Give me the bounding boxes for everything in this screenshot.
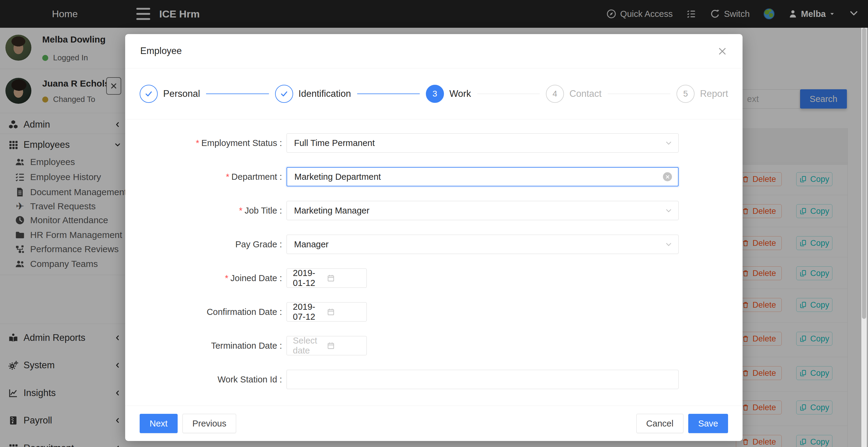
employment-status-label: *Employment Status : xyxy=(125,138,282,148)
joined-date-label: *Joined Date : xyxy=(125,273,282,283)
step-report[interactable]: 5Report xyxy=(677,85,728,103)
step-label: Work xyxy=(450,88,471,99)
step-number: 3 xyxy=(433,89,437,99)
confirmation-date-value: 2019-07-12 xyxy=(293,302,327,322)
step-identification[interactable]: Identification xyxy=(275,85,351,103)
check-icon xyxy=(280,89,289,98)
close-icon[interactable] xyxy=(717,46,728,57)
required-asterisk: * xyxy=(196,138,199,148)
step-label: Report xyxy=(700,88,728,99)
next-button[interactable]: Next xyxy=(140,414,178,433)
modal-title: Employee xyxy=(140,46,182,56)
employment-status-value: Full Time Permanent xyxy=(294,138,375,148)
modal-footer: Next Previous Cancel Save xyxy=(125,406,743,441)
department-value: Marketing Department xyxy=(294,172,381,182)
form-row-termination-date: Termination Date :Select date xyxy=(125,336,743,355)
job-title-value: Marketing Manager xyxy=(294,206,369,216)
form-row-employment-status: *Employment Status :Full Time Permanent xyxy=(125,133,743,153)
save-button[interactable]: Save xyxy=(688,414,728,433)
step-label: Personal xyxy=(163,88,200,99)
department-label: *Department : xyxy=(125,172,282,182)
pay-grade-label: Pay Grade : xyxy=(125,239,282,249)
clear-icon[interactable] xyxy=(663,172,672,181)
form-row-job-title: *Job Title :Marketing Manager xyxy=(125,201,743,220)
step-connector xyxy=(357,93,420,94)
form-row-work-station-id: Work Station Id : xyxy=(125,370,743,389)
form-row-confirmation-date: Confirmation Date :2019-07-12 xyxy=(125,302,743,322)
app-root: Home ICE Hrm Quick Access Switch xyxy=(0,0,868,447)
scrollbar-thumb[interactable] xyxy=(862,28,866,319)
step-personal[interactable]: Personal xyxy=(140,85,200,103)
calendar-icon[interactable] xyxy=(327,341,361,350)
chevron-down-icon xyxy=(665,241,672,248)
step-number: 4 xyxy=(553,89,557,99)
step-wizard: PersonalIdentification3Work4Contact5Repo… xyxy=(125,68,743,119)
work-form: *Employment Status :Full Time Permanent*… xyxy=(125,119,743,406)
job-title-label: *Job Title : xyxy=(125,206,282,216)
pay-grade-value: Manager xyxy=(294,239,329,249)
form-row-department: *Department :Marketing Department xyxy=(125,167,743,186)
joined-date-value: 2019-01-12 xyxy=(293,268,327,288)
step-connector xyxy=(477,93,540,94)
joined-date-input[interactable]: 2019-01-12 xyxy=(286,268,367,288)
chevron-down-icon xyxy=(665,207,672,214)
chevron-down-icon xyxy=(665,139,672,147)
step-number: 5 xyxy=(683,89,688,99)
cancel-button[interactable]: Cancel xyxy=(637,414,683,433)
step-label: Identification xyxy=(299,88,351,99)
modal-header: Employee xyxy=(125,34,743,68)
form-row-pay-grade: Pay Grade :Manager xyxy=(125,235,743,254)
employment-status-select[interactable]: Full Time Permanent xyxy=(286,133,679,153)
page-scrollbar[interactable] xyxy=(861,28,867,447)
calendar-icon[interactable] xyxy=(327,274,361,282)
termination-date-label: Termination Date : xyxy=(125,341,282,351)
calendar-icon[interactable] xyxy=(327,308,361,316)
step-connector xyxy=(608,93,671,94)
department-select[interactable]: Marketing Department xyxy=(286,167,679,186)
confirmation-date-label: Confirmation Date : xyxy=(125,307,282,317)
required-asterisk: * xyxy=(226,172,229,182)
step-contact[interactable]: 4Contact xyxy=(546,85,602,103)
pay-grade-select[interactable]: Manager xyxy=(286,235,679,254)
step-connector xyxy=(206,93,269,94)
form-row-joined-date: *Joined Date :2019-01-12 xyxy=(125,268,743,288)
check-icon xyxy=(144,89,153,98)
confirmation-date-input[interactable]: 2019-07-12 xyxy=(286,302,367,322)
termination-date-value: Select date xyxy=(293,336,327,356)
employee-modal: Employee PersonalIdentification3Work4Con… xyxy=(125,34,743,441)
previous-button[interactable]: Previous xyxy=(183,414,237,433)
work-station-id-label: Work Station Id : xyxy=(125,375,282,385)
required-asterisk: * xyxy=(239,206,243,215)
step-work[interactable]: 3Work xyxy=(426,85,471,103)
work-station-id-input[interactable] xyxy=(286,370,679,389)
step-label: Contact xyxy=(569,88,602,99)
required-asterisk: * xyxy=(225,273,228,283)
termination-date-input[interactable]: Select date xyxy=(286,336,367,355)
job-title-select[interactable]: Marketing Manager xyxy=(286,201,679,220)
